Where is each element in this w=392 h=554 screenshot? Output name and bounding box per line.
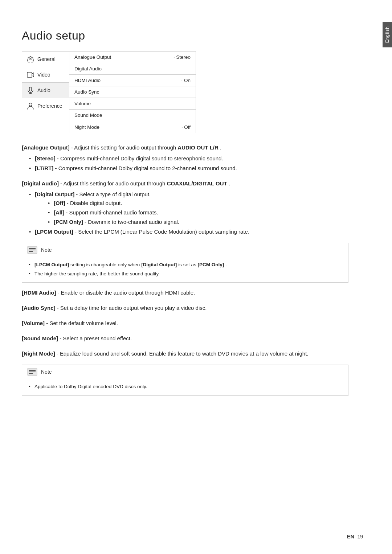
menu-row-audio-sync[interactable]: Audio Sync — [69, 86, 196, 98]
menu-row-sound-mode[interactable]: Sound Mode — [69, 110, 196, 121]
note1-item-1: [LPCM Output] setting is changeable only… — [29, 261, 342, 269]
section-audio-sync: [Audio Sync] - Set a delay time for audi… — [22, 304, 348, 312]
section-volume: [Volume] - Set the default volume level. — [22, 319, 348, 328]
section-analogue-output: [Analogue Output] - Adjust this setting … — [22, 143, 348, 173]
off-bracket: [Off] — [54, 200, 65, 206]
analogue-output-intro: [Analogue Output] - Adjust this setting … — [22, 143, 348, 152]
lpcm-text: - Select the LPCM (Linear Pulse Code Mod… — [75, 229, 249, 235]
note1-lpcm: [LPCM Output] — [34, 262, 69, 267]
audio-icon — [26, 86, 34, 94]
list-item-lpcm: [LPCM Output] - Select the LPCM (Linear … — [29, 227, 348, 236]
gear-icon — [26, 55, 34, 63]
menu-row-night-mode[interactable]: Night Mode · Off — [69, 121, 196, 133]
note1-sampling-text: The higher the sampling rate, the better… — [34, 271, 160, 276]
soundmode-text: - Select a preset sound effect. — [60, 335, 132, 341]
svg-point-5 — [29, 103, 32, 106]
soundmode-bracket: [Sound Mode] — [22, 335, 58, 341]
note-header-1: Note — [22, 243, 348, 257]
language-tab: English — [383, 22, 392, 47]
note-box-2: Note Applicable to Dolby Digital encoded… — [22, 365, 348, 396]
audiosync-text: - Set a delay time for audio output when… — [57, 305, 207, 311]
menu-row-label-volume: Volume — [74, 101, 191, 106]
ltrt-bracket: [LT/RT] — [35, 165, 53, 171]
footer-lang: EN — [347, 533, 355, 539]
svg-point-0 — [30, 58, 31, 60]
note-icon-1 — [27, 246, 37, 254]
analogue-output-list: [Stereo] - Compress multi-channel Dolby … — [22, 154, 348, 173]
digital-output-text: - Select a type of digital output. — [76, 191, 151, 197]
note1-item-2: The higher the sampling rate, the better… — [29, 270, 342, 278]
off-text: - Disable digital output. — [67, 200, 122, 206]
page-title: Audio setup — [22, 29, 348, 42]
menu-label-general: General — [37, 56, 56, 62]
note1-text1: setting is changeable only when — [70, 262, 141, 267]
menu-item-audio[interactable]: Audio — [22, 83, 69, 98]
menu-label-audio: Audio — [37, 87, 50, 93]
note2-item-1: Applicable to Dolby Digital encoded DVD … — [29, 383, 342, 391]
sublist-item-all: [All] - Support multi-channel audio form… — [48, 208, 348, 217]
menu-row-analogue-output[interactable]: Analogue Output · Stereo — [69, 52, 196, 63]
note-content-1: [LPCM Output] setting is changeable only… — [22, 257, 348, 282]
stereo-bracket: [Stereo] — [35, 155, 56, 161]
nightmode-bracket: [Night Mode] — [22, 350, 55, 357]
analogue-highlight: AUDIO OUT L/R — [177, 144, 219, 151]
footer-page: 19 — [357, 534, 363, 539]
menu-item-preference[interactable]: Preference — [22, 98, 69, 114]
menu-row-label-nightmode: Night Mode — [74, 124, 178, 130]
note-content-2: Applicable to Dolby Digital encoded DVD … — [22, 379, 348, 395]
hdmi-audio-para: [HDMI Audio] - Enable or disable the aud… — [22, 288, 348, 297]
volume-bracket: [Volume] — [22, 320, 45, 326]
hdmi-bracket: [HDMI Audio] — [22, 290, 56, 296]
analogue-end: . — [220, 144, 221, 151]
note-title-2: Note — [41, 369, 52, 375]
pcm-bracket: [PCM Only] — [54, 219, 83, 225]
night-mode-para: [Night Mode] - Equalize loud sound and s… — [22, 349, 348, 358]
menu-row-volume[interactable]: Volume — [69, 98, 196, 110]
digital-bracket: [Digital Audio] — [22, 180, 59, 186]
sublist-item-pcm: [PCM Only] - Downmix to two-channel audi… — [48, 218, 348, 226]
note1-text3: . — [225, 262, 227, 267]
menu-row-label-analogue: Analogue Output — [74, 54, 170, 60]
note-title-1: Note — [41, 247, 52, 253]
note-icon-2 — [27, 368, 37, 376]
digital-audio-list: [Digital Output] - Select a type of digi… — [22, 190, 348, 236]
audiosync-bracket: [Audio Sync] — [22, 305, 56, 311]
section-night-mode: [Night Mode] - Equalize loud sound and s… — [22, 349, 348, 358]
menu-item-video[interactable]: Video — [22, 67, 69, 83]
note2-text: Applicable to Dolby Digital encoded DVD … — [34, 384, 147, 389]
section-sound-mode: [Sound Mode] - Select a preset sound eff… — [22, 334, 348, 343]
menu-row-value-analogue: · Stereo — [173, 54, 191, 60]
volume-text: - Set the default volume level. — [46, 320, 118, 326]
digital-highlight: COAXIAL/DIGITAL OUT — [167, 180, 227, 186]
ltrt-text: - Compress multi-channel Dolby digital s… — [55, 165, 237, 171]
digital-intro-text: - Adjust this setting for audio output t… — [60, 180, 167, 186]
menu-row-digital-audio[interactable]: Digital Audio — [69, 63, 196, 75]
lpcm-bracket: [LPCM Output] — [35, 229, 73, 235]
sublist-item-off: [Off] - Disable digital output. — [48, 199, 348, 208]
nightmode-text: - Equalize loud sound and soft sound. En… — [57, 350, 309, 357]
section-hdmi-audio: [HDMI Audio] - Enable or disable the aud… — [22, 288, 348, 297]
stereo-text: - Compress multi-channel Dolby digital s… — [57, 155, 223, 161]
sound-mode-para: [Sound Mode] - Select a preset sound eff… — [22, 334, 348, 343]
hdmi-text: - Enable or disable the audio output thr… — [58, 290, 195, 296]
svg-rect-1 — [27, 72, 32, 77]
menu-label-video: Video — [37, 72, 50, 78]
menu-row-label-hdmi: HDMI Audio — [74, 78, 177, 83]
all-bracket: [All] — [54, 209, 64, 216]
menu-right-panel: Analogue Output · Stereo Digital Audio H… — [69, 52, 196, 133]
menu-row-value-nightmode: · Off — [181, 124, 191, 130]
pcm-text: - Downmix to two-channel audio signal. — [85, 219, 179, 225]
settings-menu: General Video — [22, 51, 196, 133]
menu-row-hdmi-audio[interactable]: HDMI Audio · On — [69, 75, 196, 86]
menu-item-general[interactable]: General — [22, 52, 69, 67]
menu-row-label-soundmode: Sound Mode — [74, 112, 191, 118]
list-item-digital-output: [Digital Output] - Select a type of digi… — [29, 190, 348, 226]
note1-pcmonly: [PCM Only] — [197, 262, 224, 267]
menu-label-preference: Preference — [37, 103, 62, 109]
page-footer: EN 19 — [347, 533, 363, 539]
digital-output-sublist: [Off] - Disable digital output. [All] - … — [35, 199, 348, 226]
note1-text2: is set as — [178, 262, 197, 267]
preference-icon — [26, 102, 34, 110]
analogue-intro-text: - Adjust this setting for audio output t… — [71, 144, 178, 151]
svg-rect-2 — [29, 87, 32, 91]
